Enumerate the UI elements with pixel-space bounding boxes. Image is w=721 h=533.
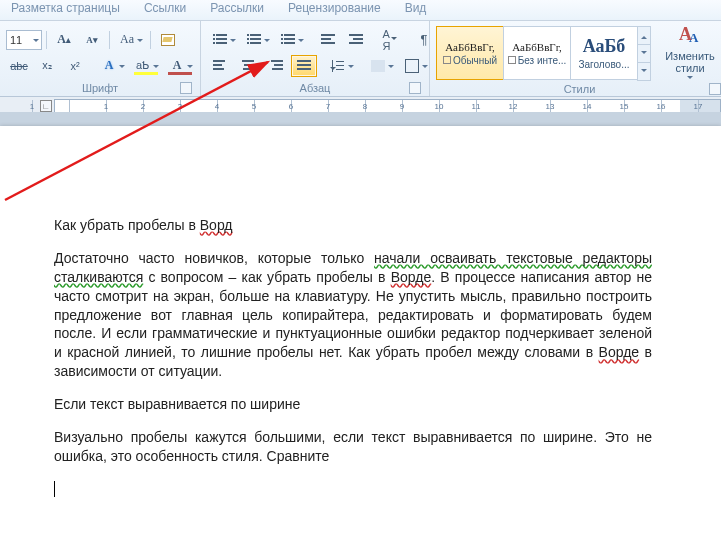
tab-selector[interactable]: ∟ [40, 100, 52, 112]
decrease-indent-button[interactable] [315, 29, 341, 51]
doc-title: Как убрать пробелы в Ворд [54, 216, 652, 235]
ruler-label: 15 [620, 102, 629, 111]
grow-font-button[interactable]: A▴ [51, 29, 77, 51]
numbering-button[interactable] [241, 29, 273, 51]
increase-indent-button[interactable] [343, 29, 369, 51]
group-styles: АаБбВвГг, Обычный АаБбВвГг, Без инте... … [430, 21, 721, 96]
align-left-button[interactable] [207, 55, 233, 77]
ruler-label: 11 [472, 102, 481, 111]
multilevel-icon [281, 34, 295, 46]
sort-icon: AЯ [383, 28, 398, 52]
font-color-button[interactable]: A [164, 55, 196, 77]
tab-page-layout[interactable]: Разметка страницы [8, 0, 123, 18]
outdent-icon [321, 34, 335, 46]
doc-paragraph-3: Визуально пробелы кажутся большими, если… [54, 428, 652, 466]
font-dialog-launcher[interactable] [180, 82, 192, 94]
style-item-heading[interactable]: АаБб Заголово... [570, 26, 638, 80]
shrink-font-button[interactable]: A▾ [79, 29, 105, 51]
align-justify-icon [297, 60, 311, 72]
eraser-icon [161, 34, 175, 46]
ruler-label: 9 [400, 102, 404, 111]
align-justify-button[interactable] [291, 55, 317, 77]
change-case-button[interactable]: Aa [114, 29, 146, 51]
styles-gallery-more[interactable] [637, 26, 651, 80]
document-background: Как убрать пробелы в Ворд Достаточно час… [0, 112, 721, 533]
doc-cursor-line [54, 480, 652, 499]
highlight-color-swatch [134, 72, 158, 75]
sort-button[interactable]: AЯ [377, 29, 403, 51]
subscript-button[interactable]: x₂ [34, 55, 60, 77]
tab-references[interactable]: Ссылки [141, 0, 189, 18]
paragraph-dialog-launcher[interactable] [409, 82, 421, 94]
borders-button[interactable] [399, 55, 431, 77]
font-color-swatch [168, 72, 192, 75]
text-cursor [54, 481, 55, 497]
ruler-label: 3 [178, 102, 182, 111]
tab-mailings[interactable]: Рассылки [207, 0, 267, 18]
ribbon-tabs: Разметка страницы Ссылки Рассылки Реценз… [0, 0, 721, 21]
styles-gallery: АаБбВвГг, Обычный АаБбВвГг, Без инте... … [436, 26, 651, 80]
ruler-label: 1 [30, 102, 34, 111]
group-font: 11 A▴ A▾ Aa abc x₂ x² A aƄ [0, 21, 201, 96]
text-effects-button[interactable]: A [96, 55, 128, 77]
ruler-label: 5 [252, 102, 256, 111]
style-item-no-spacing[interactable]: АаБбВвГг, Без инте... [503, 26, 571, 80]
align-center-icon [241, 60, 255, 72]
document-content[interactable]: Как убрать пробелы в Ворд Достаточно час… [54, 216, 652, 513]
tab-view[interactable]: Вид [402, 0, 430, 18]
font-size-combo[interactable]: 11 [6, 30, 42, 50]
ribbon: 11 A▴ A▾ Aa abc x₂ x² A aƄ [0, 21, 721, 97]
ruler-label: 2 [141, 102, 145, 111]
multilevel-list-button[interactable] [275, 29, 307, 51]
ruler-label: 10 [435, 102, 444, 111]
line-spacing-icon [332, 60, 344, 72]
line-spacing-button[interactable] [325, 55, 357, 77]
ruler-label: 12 [509, 102, 518, 111]
clear-formatting-button[interactable] [155, 29, 181, 51]
ruler-label: 8 [363, 102, 367, 111]
tab-review[interactable]: Рецензирование [285, 0, 384, 18]
align-right-button[interactable] [263, 55, 289, 77]
ruler-label: 17 [694, 102, 703, 111]
bullets-button[interactable] [207, 29, 239, 51]
group-paragraph-label: Абзац [300, 82, 331, 94]
shading-button[interactable] [365, 55, 397, 77]
numbering-icon [247, 34, 261, 46]
ruler-label: 6 [289, 102, 293, 111]
align-left-icon [213, 60, 227, 72]
change-styles-button[interactable]: Изменить стили [657, 24, 721, 82]
group-styles-label: Стили [564, 83, 596, 95]
style-item-normal[interactable]: АаБбВвГг, Обычный [436, 26, 504, 80]
indent-icon [349, 34, 363, 46]
ruler-label: 4 [215, 102, 219, 111]
ruler-label: 16 [657, 102, 666, 111]
font-size-value: 11 [10, 34, 22, 46]
align-center-button[interactable] [235, 55, 261, 77]
ruler-label: 13 [546, 102, 555, 111]
group-font-label: Шрифт [82, 82, 118, 94]
pilcrow-icon: ¶ [421, 32, 428, 47]
styles-dialog-launcher[interactable] [709, 83, 721, 95]
highlight-color-button[interactable]: aƄ [130, 55, 162, 77]
doc-paragraph-2: Если текст выравнивается по ширине [54, 395, 652, 414]
doc-paragraph-1: Достаточно часто новичков, которые тольк… [54, 249, 652, 381]
document-page[interactable]: Как убрать пробелы в Ворд Достаточно час… [0, 126, 721, 533]
ruler-label: 7 [326, 102, 330, 111]
strikethrough-button[interactable]: abc [6, 55, 32, 77]
change-styles-icon [677, 24, 703, 50]
borders-icon [405, 59, 419, 73]
group-paragraph: AЯ ¶ Абзац [201, 21, 430, 96]
bullets-icon [213, 34, 227, 46]
superscript-button[interactable]: x² [62, 55, 88, 77]
align-right-icon [269, 60, 283, 72]
ruler-label: 14 [583, 102, 592, 111]
shading-icon [371, 60, 385, 72]
ruler-label: 1 [104, 102, 108, 111]
